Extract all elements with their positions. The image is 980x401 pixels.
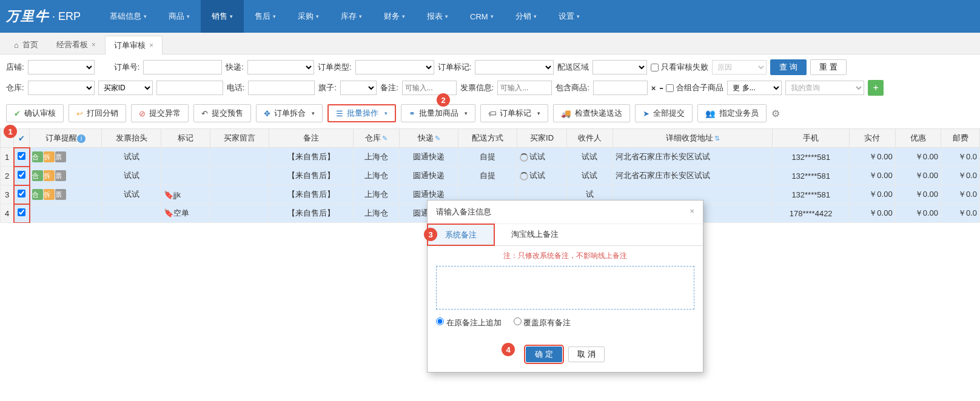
- select-myquery[interactable]: 我的查询: [785, 81, 864, 95]
- label-warehouse: 仓库:: [6, 82, 24, 93]
- nav-item-5[interactable]: 库存▾: [330, 0, 373, 33]
- tab-home[interactable]: ⌂ 首页: [5, 35, 47, 54]
- row-checkbox[interactable]: [18, 152, 25, 160]
- col-phone[interactable]: 手机: [773, 129, 850, 148]
- tag-icon: 合: [32, 189, 43, 200]
- order-split-button[interactable]: ✥订单拆合▾: [256, 104, 323, 122]
- select-ordertype[interactable]: [355, 60, 434, 75]
- row-checkbox[interactable]: [18, 171, 25, 179]
- reset-button[interactable]: 重 置: [810, 59, 847, 75]
- input-buyerid[interactable]: [156, 81, 223, 95]
- col-discount[interactable]: 优惠: [895, 129, 941, 148]
- row-checkbox-cell[interactable]: [14, 148, 30, 167]
- nav-item-9[interactable]: 分销▾: [505, 0, 548, 33]
- gear-icon[interactable]: ⚙: [771, 108, 780, 119]
- cell-pay: ￥0.00: [850, 167, 895, 185]
- cell-mark: 🔖jjk: [161, 185, 210, 204]
- col-address[interactable]: 详细收货地址⇅: [613, 129, 773, 148]
- batch-op-button[interactable]: ☰批量操作▾: [327, 104, 396, 122]
- tab-0[interactable]: 经营看板×: [47, 35, 105, 54]
- nav-item-6[interactable]: 财务▾: [373, 0, 416, 33]
- col-ship[interactable]: 配送方式: [458, 129, 517, 148]
- add-query-button[interactable]: +: [868, 80, 884, 96]
- nav-item-3[interactable]: 售后▾: [244, 0, 287, 33]
- submit-abnormal-button[interactable]: ⊘提交异常: [131, 104, 189, 122]
- col-receiver[interactable]: 收件人: [566, 129, 612, 148]
- query-button[interactable]: 查 询: [770, 59, 807, 75]
- input-remark[interactable]: [402, 81, 457, 95]
- label-ordertype: 订单类型:: [318, 62, 352, 73]
- action-toolbar: ✔确认审核 ↩打回分销 ⊘提交异常 ↶提交预售 ✥订单拆合▾ ☰批量操作▾ ⚭批…: [0, 101, 980, 128]
- chk-combine[interactable]: 合组合子商品: [666, 82, 723, 93]
- order-mark-button[interactable]: 🏷订单标记▾: [480, 104, 548, 122]
- table-header-row: ✔ 订单提醒i 发票抬头 标记 买家留言 备注 仓库✎ 快递✎ 配送方式 买家I…: [1, 129, 980, 148]
- select-ordermark[interactable]: [475, 60, 554, 75]
- col-buyer-msg[interactable]: 买家留言: [210, 129, 269, 148]
- nav-item-2[interactable]: 销售▾: [201, 0, 244, 33]
- tab-1[interactable]: 订单审核×: [105, 36, 163, 55]
- col-reminder[interactable]: 订单提醒i: [30, 129, 102, 148]
- confirm-audit-button[interactable]: ✔确认审核: [6, 104, 64, 122]
- close-icon[interactable]: ×: [149, 41, 153, 50]
- select-express[interactable]: [247, 60, 314, 75]
- batch-add-goods-button[interactable]: ⚭批量加商品▾: [401, 104, 475, 122]
- nav-item-4[interactable]: 采购▾: [287, 0, 330, 33]
- input-phone[interactable]: [248, 81, 315, 95]
- col-remark[interactable]: 备注: [269, 129, 354, 148]
- select-more[interactable]: 更 多...: [727, 81, 782, 95]
- return-dist-button[interactable]: ↩打回分销: [69, 104, 126, 122]
- col-postage[interactable]: 邮费: [941, 129, 980, 148]
- clear-icon[interactable]: ×: [651, 84, 656, 93]
- select-area[interactable]: [592, 60, 647, 75]
- submit-presale-button[interactable]: ↶提交预售: [193, 104, 251, 122]
- cell-pay: ￥0.00: [850, 185, 895, 204]
- check-express-button[interactable]: 🚚检查快递送达: [553, 104, 630, 122]
- chevron-down-icon: ▾: [273, 13, 276, 19]
- col-mark[interactable]: 标记: [161, 129, 210, 148]
- more-icon[interactable]: ···: [659, 84, 662, 93]
- input-invoice[interactable]: [497, 81, 552, 95]
- col-express[interactable]: 快递✎: [400, 129, 458, 148]
- select-flag[interactable]: [340, 81, 377, 95]
- select-buyerid-key[interactable]: 买家ID: [98, 81, 153, 95]
- row-checkbox-cell[interactable]: [14, 167, 30, 185]
- close-icon[interactable]: ×: [92, 41, 96, 49]
- chk-onlyfail[interactable]: 只看审核失败: [651, 62, 708, 73]
- row-checkbox-cell[interactable]: [14, 204, 30, 223]
- col-buyerid[interactable]: 买家ID: [517, 129, 566, 148]
- cell-postage: ￥0.0: [941, 167, 980, 185]
- select-warehouse[interactable]: [28, 81, 95, 95]
- chevron-down-icon: ▾: [577, 13, 580, 19]
- col-warehouse[interactable]: 仓库✎: [353, 129, 399, 148]
- input-contain[interactable]: [593, 81, 648, 95]
- nav-item-7[interactable]: 报表▾: [416, 0, 459, 33]
- cell-mark: [161, 167, 210, 185]
- modal-header: 请输入备注信息 ×: [428, 200, 703, 223]
- chk-combine-box[interactable]: [666, 84, 674, 92]
- col-invoice[interactable]: 发票抬头: [102, 129, 161, 148]
- nav-item-10[interactable]: 设置▾: [548, 0, 591, 33]
- pencil-icon: ✎: [435, 134, 440, 142]
- chk-onlyfail-box[interactable]: [651, 64, 659, 71]
- nav-item-1[interactable]: 商品▾: [158, 0, 201, 33]
- nav-item-8[interactable]: CRM▾: [459, 0, 505, 33]
- close-icon[interactable]: ×: [690, 207, 694, 217]
- table-row[interactable]: 2合拆票试试【来自售后】上海仓圆通快递自提试试试试河北省石家庄市长安区试试132…: [1, 167, 980, 185]
- col-pay[interactable]: 实付: [850, 129, 895, 148]
- chevron-down-icon: ▾: [230, 13, 233, 19]
- row-checkbox[interactable]: [18, 208, 25, 216]
- table-row[interactable]: 1合拆票试试【来自售后】上海仓圆通快递自提试试试试河北省石家庄市长安区试试132…: [1, 148, 980, 167]
- cell-phone: 178****4422: [773, 204, 850, 223]
- cell-discount: ￥0.00: [895, 167, 941, 185]
- submit-all-button[interactable]: ➤全部提交: [635, 104, 693, 122]
- brand-sub: · ERP: [52, 10, 81, 23]
- chevron-down-icon: ▾: [384, 110, 388, 116]
- cell-mark: 🔖空单: [161, 204, 210, 223]
- assign-salesman-button[interactable]: 👥指定业务员: [697, 104, 767, 122]
- row-checkbox-cell[interactable]: [14, 185, 30, 204]
- row-checkbox[interactable]: [18, 190, 25, 197]
- cell-mark: [161, 148, 210, 167]
- nav-item-0[interactable]: 基础信息▾: [99, 0, 158, 33]
- input-orderno[interactable]: [143, 60, 222, 75]
- select-shop[interactable]: [28, 60, 95, 75]
